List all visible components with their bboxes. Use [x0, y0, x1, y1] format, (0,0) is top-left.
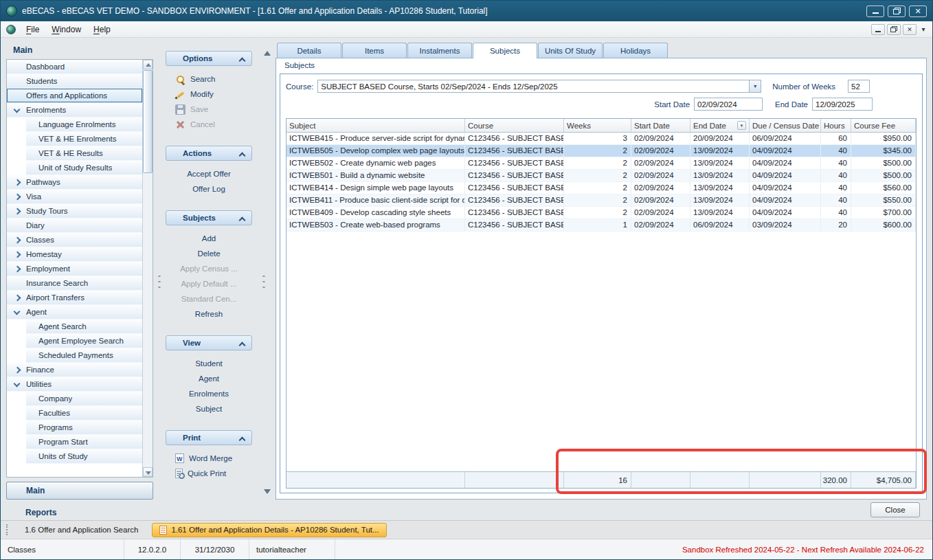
- group-header-options[interactable]: Options: [166, 51, 252, 66]
- tree-item-utilities[interactable]: Utilities: [7, 377, 142, 392]
- course-dropdown-icon[interactable]: ▼: [749, 80, 761, 92]
- tree-item-scheduled-payments[interactable]: Scheduled Payments: [26, 348, 142, 363]
- number-of-weeks-input[interactable]: 52: [848, 80, 870, 93]
- column-header-end-date[interactable]: End Date▼: [690, 119, 750, 133]
- tree-item-study-tours[interactable]: Study Tours: [7, 204, 142, 219]
- group-header-print[interactable]: Print: [166, 430, 252, 445]
- tree-item-visa[interactable]: Visa: [7, 190, 142, 204]
- tree-item-vet-he-results[interactable]: VET & HE Results: [26, 146, 142, 161]
- grid-row[interactable]: ICTWEB409 - Develop cascading style shee…: [286, 207, 916, 219]
- sidebar-main-group-button[interactable]: Main: [6, 482, 153, 500]
- window-close-button[interactable]: ✕: [909, 5, 927, 17]
- action-agent[interactable]: Agent: [166, 371, 252, 386]
- action-student[interactable]: Student: [166, 356, 252, 371]
- grid-row[interactable]: ICTWEB415 - Produce server-side script f…: [286, 133, 916, 145]
- menu-item-help[interactable]: Help: [87, 23, 117, 36]
- tab-instalments[interactable]: Instalments: [407, 43, 472, 58]
- menu-item-file[interactable]: File: [20, 23, 45, 36]
- scroll-up-icon[interactable]: [143, 60, 153, 69]
- tree-item-units-of-study[interactable]: Units of Study: [26, 449, 142, 464]
- tree-item-classes[interactable]: Classes: [7, 233, 142, 247]
- tree-item-insurance-search[interactable]: Insurance Search: [7, 276, 142, 291]
- column-header-due-census-date[interactable]: Due / Census Date: [750, 119, 821, 133]
- tree-item-pathways[interactable]: Pathways: [7, 175, 142, 190]
- window-restore-button[interactable]: [888, 5, 906, 17]
- grid-row[interactable]: ICTWEB505 - Develop complex web page lay…: [286, 145, 916, 157]
- scroll-up-icon[interactable]: [262, 48, 272, 58]
- action-delete[interactable]: Delete: [166, 246, 252, 261]
- action-search[interactable]: Search: [166, 71, 252, 87]
- mdi-close-button[interactable]: ✕: [903, 24, 917, 35]
- tree-item-students[interactable]: Students: [7, 74, 142, 89]
- grid-row[interactable]: ICTWEB502 - Create dynamic web pagesC123…: [286, 157, 916, 170]
- tree-item-agent[interactable]: Agent: [7, 305, 142, 320]
- group-header-actions[interactable]: Actions: [166, 146, 252, 161]
- tree-item-vet-he-enrolments[interactable]: VET & HE Enrolments: [26, 132, 142, 146]
- tree-item-enrolments[interactable]: Enrolments: [7, 103, 142, 117]
- tree-item-programs[interactable]: Programs: [26, 421, 142, 435]
- tree-item-airport-transfers[interactable]: Airport Transfers: [7, 291, 142, 305]
- tab-subjects[interactable]: Subjects: [473, 43, 537, 58]
- column-header-hours[interactable]: Hours: [821, 119, 851, 133]
- tree-item-program-start[interactable]: Program Start: [26, 435, 142, 449]
- column-header-subject[interactable]: Subject: [286, 119, 465, 133]
- window-minimize-button[interactable]: [866, 5, 884, 17]
- grid-row[interactable]: ICTWEB411 - Produce basic client-side sc…: [286, 194, 916, 207]
- menu-item-window[interactable]: Window: [45, 23, 87, 36]
- tab-units-of-study[interactable]: Units Of Study: [538, 43, 603, 58]
- action-word-merge[interactable]: Word Merge: [166, 451, 252, 466]
- expand-chevron-icon[interactable]: [10, 191, 26, 202]
- action-refresh[interactable]: Refresh: [166, 306, 252, 322]
- column-header-course-fee[interactable]: Course Fee: [851, 119, 916, 133]
- scroll-down-icon[interactable]: [143, 467, 153, 477]
- tree-item-unit-of-study-results[interactable]: Unit of Study Results: [26, 161, 142, 175]
- start-date-input[interactable]: 02/09/2024: [694, 98, 763, 111]
- action-accept-offer[interactable]: Accept Offer: [166, 166, 252, 181]
- collapse-chevron-icon[interactable]: [10, 104, 26, 115]
- action-add[interactable]: Add: [166, 231, 252, 246]
- mdi-dropdown-icon[interactable]: ▾: [919, 24, 928, 35]
- tree-item-dashboard[interactable]: Dashboard: [7, 60, 142, 74]
- tree-item-diary[interactable]: Diary: [7, 219, 142, 233]
- collapse-chevron-icon[interactable]: [10, 379, 26, 390]
- grid-row[interactable]: ICTWEB503 - Create web-based programsC12…: [286, 219, 916, 232]
- tree-item-agent-search[interactable]: Agent Search: [26, 320, 142, 334]
- expand-chevron-icon[interactable]: [10, 177, 26, 188]
- expand-chevron-icon[interactable]: [10, 364, 26, 375]
- tree-item-company[interactable]: Company: [26, 392, 142, 406]
- expand-chevron-icon[interactable]: [10, 249, 26, 260]
- expand-chevron-icon[interactable]: [10, 292, 26, 303]
- tree-item-finance[interactable]: Finance: [7, 363, 142, 377]
- group-header-view[interactable]: View: [166, 335, 252, 350]
- action-quick-print[interactable]: Quick Print: [166, 466, 252, 481]
- column-header-course[interactable]: Course: [465, 119, 564, 133]
- group-header-subjects[interactable]: Subjects: [166, 210, 252, 225]
- column-header-start-date[interactable]: Start Date: [631, 119, 690, 133]
- action-subject[interactable]: Subject: [166, 401, 252, 416]
- tree-item-offers-and-applications[interactable]: Offers and Applications: [7, 89, 142, 103]
- column-filter-dropdown-icon[interactable]: ▼: [737, 121, 746, 130]
- action-modify[interactable]: Modify: [166, 87, 252, 102]
- tree-item-language-enrolments[interactable]: Language Enrolments: [26, 117, 142, 132]
- actions-scrollbar[interactable]: [252, 43, 276, 520]
- column-header-weeks[interactable]: Weeks: [564, 119, 631, 133]
- sidebar-splitter[interactable]: [153, 43, 166, 520]
- grid-row[interactable]: ICTWEB414 - Design simple web page layou…: [286, 182, 916, 194]
- tree-item-faculties[interactable]: Faculties: [26, 406, 142, 421]
- tree-item-employment[interactable]: Employment: [7, 262, 142, 276]
- sidebar-reports-group-button[interactable]: Reports: [6, 505, 153, 520]
- mdi-restore-button[interactable]: [887, 24, 901, 35]
- end-date-input[interactable]: 12/09/2025: [812, 98, 873, 111]
- expand-chevron-icon[interactable]: [10, 234, 26, 245]
- expand-chevron-icon[interactable]: [10, 263, 26, 274]
- collapse-chevron-icon[interactable]: [10, 306, 26, 317]
- tree-item-agent-employee-search[interactable]: Agent Employee Search: [26, 334, 142, 348]
- window-tab-1-6-offer-and-application-search[interactable]: 1.6 Offer and Application Search: [18, 523, 145, 537]
- tab-holidays[interactable]: Holidays: [603, 43, 668, 58]
- course-select[interactable]: SUBJECT BASED Course, Starts 02/Sep/2024…: [317, 80, 761, 93]
- tab-details[interactable]: Details: [277, 43, 341, 58]
- action-offer-log[interactable]: Offer Log: [166, 181, 252, 197]
- window-tab-1-61-offer-and-application-details-ap10286-s[interactable]: 1.61 Offer and Application Details - AP1…: [152, 523, 386, 537]
- tab-bar-grip-icon[interactable]: [6, 524, 8, 535]
- scrollbar-thumb[interactable]: [143, 70, 153, 173]
